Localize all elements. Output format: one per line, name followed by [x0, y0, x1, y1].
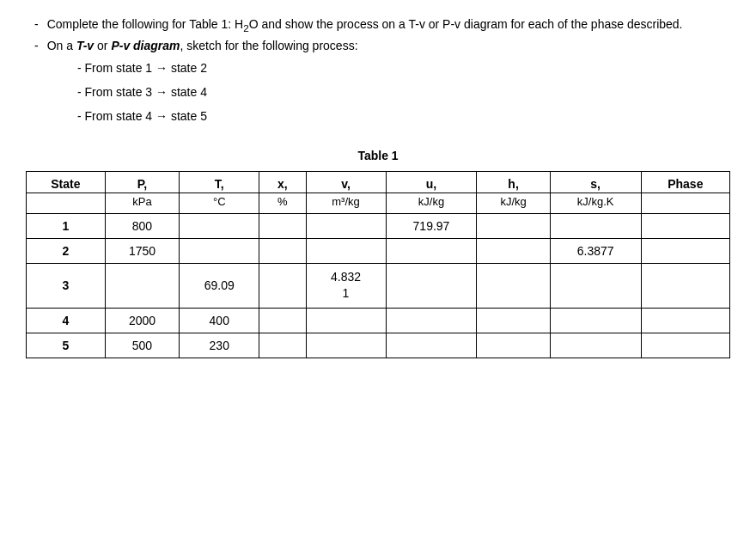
cell-T-2: [180, 238, 259, 263]
cell-u-1: 719.97: [386, 213, 477, 238]
col-s-unit: kJ/kg.K: [550, 193, 641, 213]
cell-v-1: [306, 213, 386, 238]
cell-s-4: [550, 308, 641, 333]
bullet-2-text: On a T-v or P-v diagram, sketch for the …: [47, 39, 358, 52]
cell-state-1: 1: [27, 213, 106, 238]
col-phase-unit: [641, 193, 729, 213]
cell-v-4: [306, 308, 386, 333]
cell-u-2: [386, 238, 477, 263]
table-row: 4 2000 400: [27, 308, 730, 333]
dash-2: -: [34, 39, 39, 52]
table-row: 2 1750 6.3877: [27, 238, 730, 263]
cell-P-1: 800: [105, 213, 180, 238]
cell-h-2: [477, 238, 550, 263]
table-header-row-1: State P, T, x, v, u, h, s, Phase: [27, 171, 730, 193]
cell-state-3: 3: [27, 263, 106, 308]
col-P-unit: kPa: [105, 193, 180, 213]
cell-state-5: 5: [27, 333, 106, 358]
cell-phase-4: [641, 308, 729, 333]
cell-h-5: [477, 333, 550, 358]
col-state-unit: [27, 193, 106, 213]
cell-phase-5: [641, 333, 729, 358]
cell-phase-1: [641, 213, 729, 238]
cell-T-5: 230: [180, 333, 259, 358]
cell-s-5: [550, 333, 641, 358]
cell-s-3: [550, 263, 641, 308]
col-T: T,: [180, 171, 259, 193]
cell-phase-3: [641, 263, 729, 308]
col-P: P,: [105, 171, 180, 193]
sub-item-2: - From state 3 → state 4: [77, 85, 730, 99]
bullet-1-text: Complete the following for Table 1: H2O …: [47, 17, 683, 34]
col-u-unit: kJ/kg: [386, 193, 477, 213]
cell-state-4: 4: [27, 308, 106, 333]
col-x-unit: %: [259, 193, 306, 213]
col-phase: Phase: [641, 171, 729, 193]
cell-P-5: 500: [105, 333, 180, 358]
cell-x-2: [259, 238, 306, 263]
cell-s-1: [550, 213, 641, 238]
cell-phase-2: [641, 238, 729, 263]
cell-T-1: [180, 213, 259, 238]
dash-1: -: [34, 17, 39, 34]
cell-state-2: 2: [27, 238, 106, 263]
col-h-unit: kJ/kg: [477, 193, 550, 213]
table-row: 1 800 719.97: [27, 213, 730, 238]
col-x: x,: [259, 171, 306, 193]
col-v-unit: m³/kg: [306, 193, 386, 213]
cell-u-3: [386, 263, 477, 308]
col-v: v,: [306, 171, 386, 193]
cell-v-2: [306, 238, 386, 263]
cell-P-3: [105, 263, 180, 308]
cell-x-4: [259, 308, 306, 333]
col-T-unit: °C: [180, 193, 259, 213]
sub-items-list: - From state 1 → state 2 - From state 3 …: [77, 61, 730, 123]
cell-v-5: [306, 333, 386, 358]
cell-P-4: 2000: [105, 308, 180, 333]
cell-x-5: [259, 333, 306, 358]
col-s: s,: [550, 171, 641, 193]
col-u: u,: [386, 171, 477, 193]
cell-h-1: [477, 213, 550, 238]
bullet-1: - Complete the following for Table 1: H2…: [26, 17, 730, 34]
sub-item-3: - From state 4 → state 5: [77, 109, 730, 123]
cell-T-4: 400: [180, 308, 259, 333]
table-row: 3 69.09 4.8321: [27, 263, 730, 308]
cell-h-4: [477, 308, 550, 333]
sub-item-1: - From state 1 → state 2: [77, 61, 730, 75]
cell-v-3: 4.8321: [306, 263, 386, 308]
instructions-section: - Complete the following for Table 1: H2…: [26, 17, 730, 123]
cell-u-5: [386, 333, 477, 358]
table-header-row-2: kPa °C % m³/kg kJ/kg kJ/kg kJ/kg.K: [27, 193, 730, 213]
table-row: 5 500 230: [27, 333, 730, 358]
table-title: Table 1: [26, 149, 730, 162]
cell-s-2: 6.3877: [550, 238, 641, 263]
cell-P-2: 1750: [105, 238, 180, 263]
cell-x-3: [259, 263, 306, 308]
table-section: Table 1 State P, T, x, v, u, h, s, Phase…: [26, 149, 730, 358]
cell-h-3: [477, 263, 550, 308]
cell-u-4: [386, 308, 477, 333]
col-state: State: [27, 171, 106, 193]
bullet-2: - On a T-v or P-v diagram, sketch for th…: [26, 39, 730, 52]
cell-T-3: 69.09: [180, 263, 259, 308]
col-h: h,: [477, 171, 550, 193]
data-table: State P, T, x, v, u, h, s, Phase kPa °C …: [26, 171, 730, 358]
cell-x-1: [259, 213, 306, 238]
